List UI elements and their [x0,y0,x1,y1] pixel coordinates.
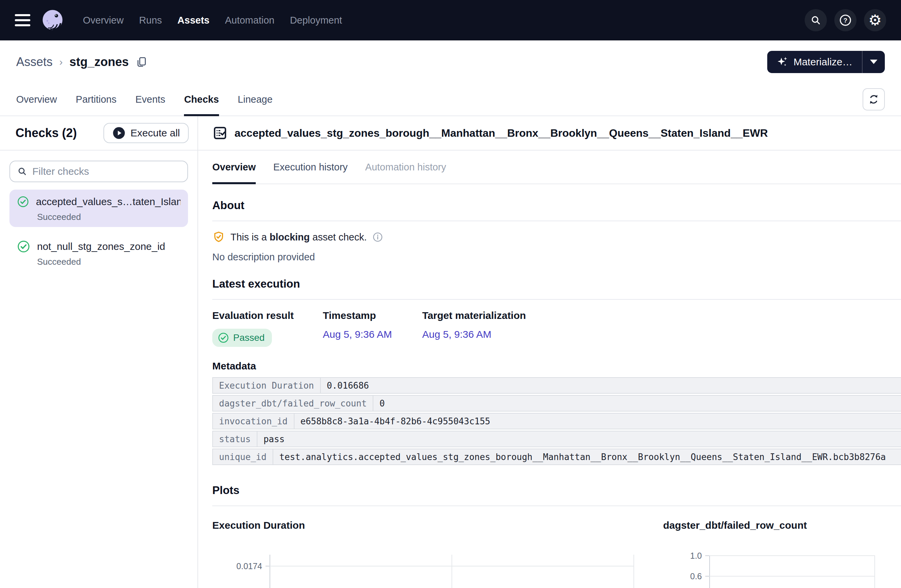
checks-count-title: Checks (2) [16,126,77,140]
table-row: invocation_id e658b8c8-3a1a-4b4f-82b6-4c… [212,413,901,429]
check-detail-panel: accepted_values_stg_zones_borough__Manha… [198,116,901,588]
y-tick-label: 1.0 [675,551,702,561]
check-detail-header: accepted_values_stg_zones_borough__Manha… [198,116,901,151]
tab-partitions[interactable]: Partitions [76,83,117,115]
checks-sidebar: Checks (2) Execute all [0,116,198,588]
page-title: stg_zones [69,55,129,69]
check-tabs: Overview Execution history Automation hi… [212,151,901,184]
check-tab-overview[interactable]: Overview [212,151,256,184]
nav-deployment[interactable]: Deployment [290,15,342,26]
filter-checks-box [9,161,188,182]
metadata-heading: Metadata [212,360,901,372]
col-evaluation-result: Evaluation result [212,310,323,321]
asset-tabs-row: Overview Partitions Events Checks Lineag… [0,83,901,116]
asset-tabs: Overview Partitions Events Checks Lineag… [16,83,273,115]
table-row: Execution Duration 0.016686 [212,377,901,394]
check-circle-icon [218,332,229,344]
refresh-icon [867,93,880,106]
timestamp-link[interactable]: Aug 5, 9:36 AM [323,329,392,340]
execute-all-button[interactable]: Execute all [103,123,189,143]
dagster-logo-icon[interactable] [40,8,65,33]
breadcrumb-assets[interactable]: Assets [16,55,53,69]
table-row: dagster_dbt/failed_row_count 0 [212,395,901,412]
nav-automation[interactable]: Automation [225,15,274,26]
materialize-dropdown-button[interactable] [863,51,885,73]
checks-list: accepted_values_s…taten_Island_ Succeede… [0,151,198,282]
checks-sidebar-header: Checks (2) Execute all [0,116,198,151]
target-materialization-link[interactable]: Aug 5, 9:36 AM [422,329,491,340]
metadata-key: dagster_dbt/failed_row_count [213,396,373,411]
nav-runs[interactable]: Runs [139,15,162,26]
metadata-table: Execution Duration 0.016686 dagster_dbt/… [212,377,901,465]
help-button[interactable]: ? [834,9,857,31]
hamburger-menu-icon[interactable] [15,14,30,26]
check-status: Succeeded [37,257,181,267]
tab-lineage[interactable]: Lineage [238,83,273,115]
check-detail-body: Overview Execution history Automation hi… [198,151,901,588]
nav-assets[interactable]: Assets [178,15,210,26]
page-header: Assets › stg_zones Materialize… [0,40,901,83]
latest-execution-table: Evaluation result Passed Timestamp A [212,310,901,347]
search-button[interactable] [804,9,827,31]
execute-all-label: Execute all [130,127,180,139]
y-tick-label: 0.0174 [212,562,262,571]
check-tab-automation-history: Automation history [365,151,446,184]
materialize-label: Materialize… [793,56,853,68]
col-target-materialization: Target materialization [422,310,526,321]
execution-duration-chart: Execution Duration 0.0174 [212,520,663,588]
chart-title: Execution Duration [212,520,663,531]
settings-button[interactable]: ⚙ [864,9,886,31]
materialize-button[interactable]: Materialize… [767,51,862,73]
shield-check-icon [212,231,225,243]
breadcrumb-separator: › [59,56,63,68]
tab-checks[interactable]: Checks [184,83,219,115]
about-heading: About [212,199,901,221]
copy-button[interactable] [136,56,148,68]
check-circle-icon [17,195,29,208]
search-icon [810,14,822,26]
nav-overview[interactable]: Overview [83,15,124,26]
table-row: unique_id test.analytics.accepted_values… [212,449,901,465]
check-status: Succeeded [37,212,181,222]
info-icon[interactable] [373,232,383,243]
metadata-value: pass [257,431,901,446]
y-tick-label: 0.6 [675,571,702,581]
check-list-item[interactable]: not_null_stg_zones_zone_id Succeeded [9,234,188,272]
chart-plot-area: 0.0174 [212,555,663,588]
col-timestamp: Timestamp [323,310,422,321]
chart-title: dagster_dbt/failed_row_count [663,520,901,531]
check-list-item[interactable]: accepted_values_s…taten_Island_ Succeede… [9,190,188,227]
refresh-button[interactable] [863,88,885,110]
table-row: status pass [212,431,901,447]
asset-check-icon [212,125,228,141]
no-description-text: No description provided [212,252,901,263]
metadata-key: status [213,431,257,446]
primary-nav: Overview Runs Assets Automation Deployme… [83,15,342,26]
metadata-value: 0 [373,396,901,411]
content: Checks (2) Execute all [0,116,901,588]
metadata-value: e658b8c8-3a1a-4b4f-82b6-4c955043c155 [295,414,901,429]
metadata-value: 0.016686 [321,378,901,393]
failed-row-count-chart: dagster_dbt/failed_row_count 1.0 0.6 [663,520,901,588]
chart-plot-area: 1.0 0.6 [663,555,901,588]
check-name: not_null_stg_zones_zone_id [37,241,165,252]
tab-overview[interactable]: Overview [16,83,57,115]
copy-icon [136,56,148,68]
plots-row: Execution Duration 0.0174 dagster_dbt/fa… [212,520,901,588]
metadata-key: Execution Duration [213,378,321,393]
check-circle-icon [17,240,30,253]
gear-icon: ⚙ [868,13,881,28]
check-tab-execution-history[interactable]: Execution history [273,151,348,184]
metadata-value: test.analytics.accepted_values_stg_zones… [273,449,901,464]
tab-events[interactable]: Events [136,83,165,115]
check-title: accepted_values_stg_zones_borough__Manha… [234,127,768,139]
play-circle-icon [112,126,126,140]
blocking-text: This is a blocking asset check. [231,232,367,243]
top-nav: Overview Runs Assets Automation Deployme… [0,0,901,40]
filter-checks-input[interactable] [32,166,181,177]
svg-text:?: ? [843,17,847,24]
breadcrumb: Assets › stg_zones [16,55,148,69]
sparkle-icon [777,56,788,68]
materialize-split-button: Materialize… [767,51,885,73]
metadata-key: unique_id [213,449,273,464]
